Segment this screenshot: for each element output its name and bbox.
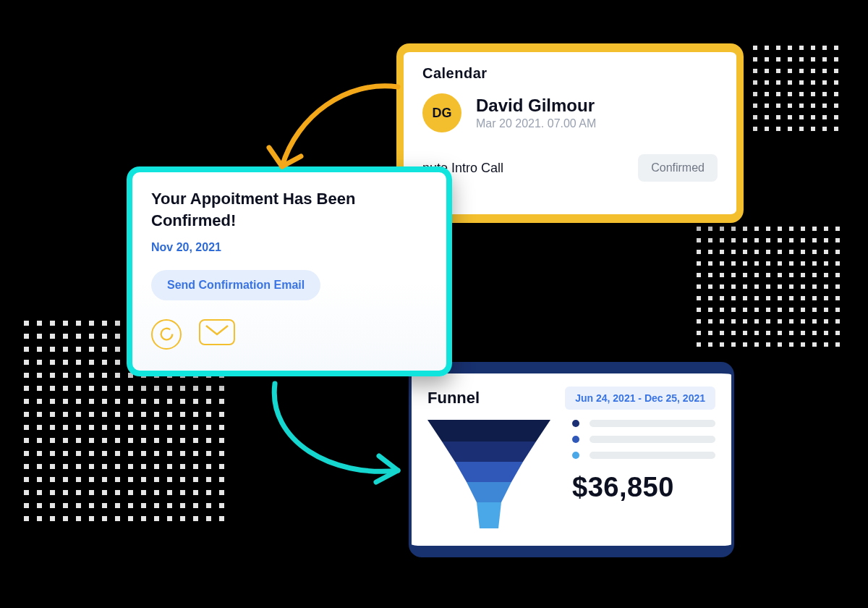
appointment-date: Nov 20, 2021 — [151, 241, 427, 254]
dot-grid — [694, 224, 846, 347]
avatar: DG — [422, 93, 461, 132]
svg-rect-1 — [694, 224, 846, 347]
funnel-title: Funnel — [427, 389, 480, 408]
event-datetime: Mar 20 2021. 07.00 AM — [476, 117, 596, 130]
legend-bar — [590, 436, 715, 443]
funnel-total-value: $36,850 — [572, 472, 715, 503]
contact-name: David Gilmour — [476, 96, 596, 116]
legend-dot-icon — [572, 436, 579, 443]
legend-item — [572, 452, 715, 459]
svg-marker-7 — [442, 442, 536, 462]
svg-rect-5 — [751, 43, 845, 138]
legend-bar — [590, 420, 715, 427]
calendar-title: Calendar — [422, 65, 718, 82]
legend-item — [572, 436, 715, 443]
legend-bar — [590, 452, 715, 459]
status-badge: Confirmed — [638, 154, 718, 182]
svg-marker-9 — [467, 482, 511, 502]
legend-item — [572, 420, 715, 427]
legend-dot-icon — [572, 420, 579, 427]
funnel-card: Funnel Jun 24, 2021 - Dec 25, 2021 $3 — [409, 362, 734, 557]
svg-marker-6 — [427, 420, 550, 442]
arrow-icon — [253, 376, 427, 499]
funnel-chart — [427, 420, 550, 536]
svg-marker-10 — [477, 502, 501, 528]
svg-marker-8 — [455, 462, 523, 482]
appointment-title: Your Appoitment Has Been Confirmed! — [151, 188, 427, 231]
calendar-entry[interactable]: DG David Gilmour Mar 20 2021. 07.00 AM — [422, 93, 718, 132]
date-range-pill[interactable]: Jun 24, 2021 - Dec 25, 2021 — [565, 387, 715, 410]
chat-icon[interactable] — [151, 319, 182, 350]
legend-dot-icon — [572, 452, 579, 459]
appointment-card: Your Appoitment Has Been Confirmed! Nov … — [127, 166, 452, 376]
mail-icon[interactable] — [199, 319, 235, 345]
dot-grid — [751, 43, 845, 138]
send-confirmation-button[interactable]: Send Confirmation Email — [151, 270, 320, 300]
